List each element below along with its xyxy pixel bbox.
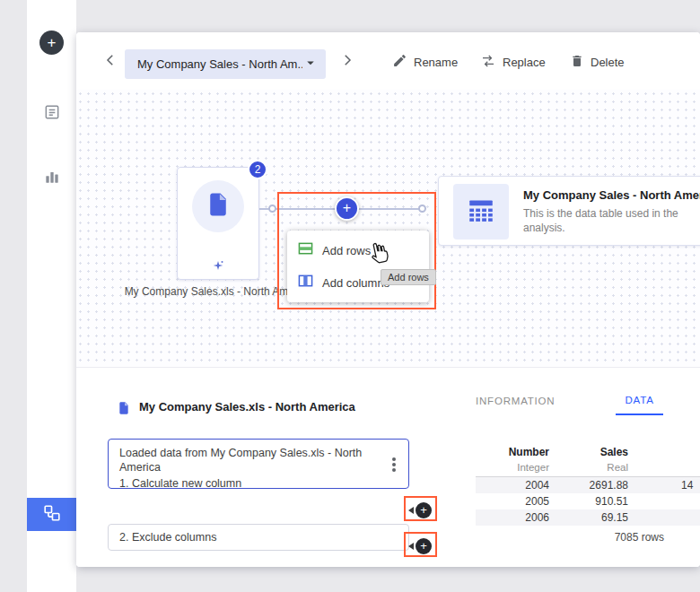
table-row: 2005 910.51 bbox=[476, 493, 700, 509]
replace-label: Replace bbox=[503, 56, 546, 69]
app-screen: + My Company Sales - North Am... bbox=[0, 0, 700, 592]
insert-step-control-2: + bbox=[408, 538, 432, 554]
trash-icon bbox=[570, 54, 584, 71]
bar-chart-icon bbox=[43, 167, 61, 188]
document-icon bbox=[205, 191, 232, 222]
graph-canvas: 2 My Company Sales.xls - North America +… bbox=[76, 90, 700, 368]
cell-partial: 14 bbox=[681, 479, 693, 492]
add-rows-icon bbox=[298, 241, 313, 259]
detail-tabs: INFORMATION DATA bbox=[476, 395, 663, 415]
chevron-left-icon bbox=[102, 52, 118, 71]
tab-data[interactable]: DATA bbox=[616, 395, 662, 415]
table-node-title: My Company Sales - North America bbox=[523, 188, 700, 202]
cell-year: 2006 bbox=[476, 511, 549, 524]
sidebar-item-visualizations[interactable] bbox=[27, 167, 76, 188]
cell-sales: 69.15 bbox=[549, 511, 628, 524]
source-file-node[interactable]: 2 bbox=[177, 167, 259, 280]
data-table-selector[interactable]: My Company Sales - North Am... bbox=[125, 49, 326, 79]
data-table-node[interactable]: My Company Sales - North America This is… bbox=[438, 176, 700, 246]
plus-icon: + bbox=[420, 504, 427, 516]
cell-year: 2004 bbox=[476, 479, 549, 492]
replace-button[interactable]: Replace bbox=[480, 50, 546, 74]
table-node-description: This is the data table used in the analy… bbox=[523, 206, 700, 235]
table-grid-icon bbox=[466, 195, 496, 229]
step2-text: 2. Exclude columns bbox=[119, 531, 216, 544]
rename-label: Rename bbox=[414, 56, 458, 69]
menu-item-add-rows[interactable]: Add rows bbox=[287, 234, 429, 266]
data-canvas-icon bbox=[42, 503, 62, 527]
add-rows-label: Add rows bbox=[322, 244, 371, 257]
row-count-label: 7085 rows bbox=[476, 531, 664, 544]
step-card-exclude-columns[interactable]: 2. Exclude columns bbox=[108, 524, 409, 551]
panel-source-title: My Company Sales.xls - North America bbox=[139, 400, 355, 414]
plus-icon: + bbox=[420, 540, 427, 552]
table-type-row: Integer Real bbox=[476, 460, 700, 474]
table-header-row: Number Sales bbox=[476, 445, 700, 459]
data-list-icon bbox=[43, 102, 61, 124]
step-options-button[interactable] bbox=[385, 454, 403, 475]
add-columns-label: Add columns bbox=[322, 276, 389, 290]
step1-subtext: 1. Calculate new column bbox=[119, 476, 383, 491]
delete-label: Delete bbox=[591, 56, 625, 69]
selector-value: My Company Sales - North Am... bbox=[137, 57, 302, 71]
kebab-menu-icon bbox=[392, 463, 396, 466]
pencil-icon bbox=[392, 53, 407, 71]
chevron-down-icon bbox=[302, 55, 319, 74]
source-node-circle bbox=[192, 180, 244, 232]
swap-arrows-icon bbox=[480, 53, 496, 72]
delete-button[interactable]: Delete bbox=[570, 50, 625, 74]
insert-step-control-1: + bbox=[408, 502, 432, 518]
table-row: 2004 2691.88 14 bbox=[476, 477, 700, 493]
column-header: Sales bbox=[549, 446, 628, 458]
data-preview-table: Number Sales Integer Real 2004 2691.88 1… bbox=[476, 445, 700, 544]
step-card-loaded-data[interactable]: Loaded data from My Company Sales.xls - … bbox=[108, 439, 409, 489]
next-table-button[interactable] bbox=[337, 50, 358, 72]
chevron-right-icon bbox=[339, 52, 355, 71]
step1-text: Loaded data from My Company Sales.xls - … bbox=[119, 446, 383, 474]
connection-endpoint-left bbox=[268, 205, 276, 213]
add-step-plus-button[interactable]: + bbox=[335, 196, 359, 221]
rename-button[interactable]: Rename bbox=[392, 50, 458, 74]
document-icon bbox=[117, 401, 131, 415]
table-node-tile bbox=[453, 184, 509, 239]
column-type: Real bbox=[549, 462, 628, 473]
cell-sales: 910.51 bbox=[549, 495, 628, 508]
cell-sales: 2691.88 bbox=[549, 479, 628, 492]
table-row: 2006 69.15 bbox=[476, 509, 700, 526]
sidebar-item-data-canvas-active[interactable] bbox=[27, 498, 76, 531]
column-header: Number bbox=[476, 446, 549, 458]
column-type: Integer bbox=[476, 462, 549, 473]
left-sidebar: + bbox=[27, 0, 76, 592]
transformation-count-badge: 2 bbox=[248, 160, 267, 179]
source-detail-panel: My Company Sales.xls - North America Loa… bbox=[76, 368, 700, 567]
transformation-sparkle-icon bbox=[212, 259, 225, 273]
add-columns-icon bbox=[298, 274, 313, 292]
connection-endpoint-right bbox=[418, 205, 426, 213]
insert-step-plus-button-1[interactable]: + bbox=[416, 502, 432, 518]
sidebar-item-data[interactable] bbox=[27, 102, 76, 124]
plus-icon: + bbox=[343, 201, 351, 215]
plus-icon: + bbox=[48, 35, 57, 50]
insert-step-plus-button-2[interactable]: + bbox=[416, 538, 432, 554]
data-canvas-window: My Company Sales - North Am... Rename Re… bbox=[76, 32, 700, 567]
tab-information[interactable]: INFORMATION bbox=[476, 395, 555, 415]
add-step-menu: Add rows Add columns bbox=[287, 231, 429, 302]
cell-year: 2005 bbox=[476, 495, 549, 508]
canvas-toolbar: My Company Sales - North Am... Rename Re… bbox=[76, 32, 700, 90]
add-button[interactable]: + bbox=[39, 30, 64, 55]
add-rows-tooltip: Add rows bbox=[381, 269, 436, 285]
triangle-left-icon bbox=[408, 543, 414, 550]
triangle-left-icon bbox=[408, 507, 414, 514]
previous-table-button[interactable] bbox=[100, 50, 121, 72]
